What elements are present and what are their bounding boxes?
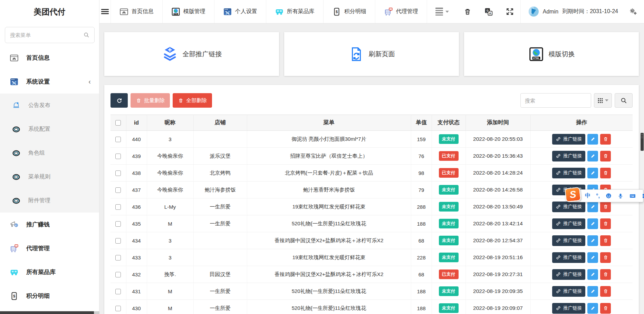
row-checkbox[interactable] bbox=[115, 154, 121, 159]
nav-item-agent-manage[interactable]: 代理管理 bbox=[375, 0, 427, 23]
cell-id: 433 bbox=[126, 249, 147, 266]
sidebar-horizontal-scrollbar[interactable] bbox=[0, 311, 99, 314]
chevron-collapse-icon[interactable]: ‹ bbox=[88, 78, 91, 86]
delete-button[interactable] bbox=[600, 269, 611, 280]
promo-link-button[interactable]: 推广链接 bbox=[552, 252, 585, 263]
promo-link-button[interactable]: 推广链接 bbox=[552, 235, 585, 246]
edit-button[interactable] bbox=[587, 252, 598, 263]
refresh-button[interactable] bbox=[110, 93, 128, 108]
delete-button[interactable] bbox=[600, 151, 611, 161]
delete-button[interactable] bbox=[600, 218, 611, 229]
edit-button[interactable] bbox=[587, 218, 598, 229]
megaphone-coin-icon: $ bbox=[10, 220, 19, 229]
button-label: 推广链接 bbox=[563, 153, 582, 159]
search-submit-button[interactable] bbox=[615, 93, 633, 108]
batch-delete-button[interactable]: 批量删除 bbox=[131, 93, 170, 108]
promo-link-button[interactable]: 推广链接 bbox=[552, 134, 585, 145]
col-shop: 店铺 bbox=[193, 115, 247, 131]
microphone-icon[interactable] bbox=[617, 193, 624, 199]
nav-item-dishes-library[interactable]: 所有菜品库 bbox=[266, 0, 323, 23]
sidebar-subitem-announcement[interactable]: 公告发布 bbox=[0, 94, 99, 117]
row-checkbox[interactable] bbox=[115, 272, 121, 277]
ime-chinese-mode[interactable]: 中 bbox=[585, 192, 590, 199]
edit-button[interactable] bbox=[587, 134, 598, 145]
user-section[interactable]: Admin 到期时间：2031-10-24 bbox=[520, 0, 626, 23]
sogou-ime-logo[interactable]: S bbox=[565, 187, 581, 202]
scrollbar-thumb[interactable] bbox=[641, 133, 644, 151]
edit-button[interactable] bbox=[587, 151, 598, 161]
delete-button[interactable] bbox=[600, 286, 611, 297]
table-row: 432 挽筝. 田园汉堡 香辣鸡腿中国汉堡X2+盐酥鸡米花＋冰柠可乐X2 68 … bbox=[110, 266, 633, 283]
promo-link-button[interactable]: 推广链接 bbox=[552, 218, 585, 229]
svg-text:$: $ bbox=[336, 9, 338, 13]
row-checkbox[interactable] bbox=[115, 289, 121, 294]
fullscreen-button[interactable] bbox=[499, 0, 520, 23]
sidebar-item-promo-earn[interactable]: $ 推广赚钱 bbox=[0, 213, 99, 236]
promo-link-button[interactable]: 推广链接 bbox=[552, 269, 585, 280]
keyboard-icon[interactable] bbox=[629, 193, 636, 199]
card-all-promo-links[interactable]: 全部推广链接 bbox=[104, 32, 279, 76]
nav-item-label: 所有菜品库 bbox=[287, 8, 315, 15]
promo-link-button[interactable]: 推广链接 bbox=[552, 202, 585, 212]
table-toolbar: 批量删除 全部删除 bbox=[110, 93, 633, 108]
delete-button[interactable] bbox=[600, 134, 611, 145]
edit-button[interactable] bbox=[587, 235, 598, 246]
settings-button[interactable] bbox=[626, 0, 644, 23]
row-checkbox[interactable] bbox=[115, 204, 121, 210]
row-checkbox[interactable] bbox=[115, 255, 121, 261]
promo-link-button[interactable]: 推广链接 bbox=[552, 303, 585, 314]
nav-item-home-info[interactable]: 首页信息 bbox=[110, 0, 162, 23]
cell-id: 438 bbox=[126, 165, 147, 181]
row-checkbox[interactable] bbox=[115, 137, 121, 142]
button-label: 推广链接 bbox=[563, 254, 582, 261]
row-checkbox[interactable] bbox=[115, 238, 121, 244]
sidebar-subitem-menu-rules[interactable]: 菜单规则 bbox=[0, 165, 99, 189]
nav-item-template-manage[interactable]: HTML 模版管理 bbox=[162, 0, 214, 23]
card-refresh-page[interactable]: 刷新页面 bbox=[284, 32, 459, 76]
nav-list-dropdown[interactable] bbox=[427, 0, 457, 23]
sidebar-subitem-system-config[interactable]: 系统配置 bbox=[0, 117, 99, 141]
cell-add-time: 2022-08-19 20:51:16 bbox=[465, 249, 530, 266]
sidebar-subitem-role-group[interactable]: 角色组 bbox=[0, 141, 99, 165]
select-all-checkbox[interactable] bbox=[115, 120, 121, 126]
delete-all-button[interactable]: 全部删除 bbox=[173, 93, 212, 108]
scrollbar-thumb[interactable] bbox=[0, 311, 94, 314]
sidebar-item-system-settings[interactable]: 系统设置 ‹ bbox=[0, 70, 99, 94]
edit-button[interactable] bbox=[587, 269, 598, 280]
delete-button[interactable] bbox=[600, 168, 611, 178]
delete-button[interactable] bbox=[600, 202, 611, 212]
nav-item-personal-settings[interactable]: 个人设置 bbox=[214, 0, 266, 23]
edit-button[interactable] bbox=[587, 168, 598, 178]
ime-punctuation-mode[interactable]: °, bbox=[596, 193, 600, 199]
row-checkbox[interactable] bbox=[115, 221, 121, 227]
sidebar-item-points-detail[interactable]: $ 积分明细 bbox=[0, 284, 99, 308]
clear-trash-button[interactable] bbox=[457, 0, 478, 23]
delete-button[interactable] bbox=[600, 235, 611, 246]
delete-button[interactable] bbox=[600, 252, 611, 263]
sidebar-item-home-info[interactable]: 首页信息 bbox=[0, 46, 99, 70]
vertical-scrollbar[interactable] bbox=[640, 23, 644, 314]
promo-link-button[interactable]: 推广链接 bbox=[552, 151, 585, 161]
table-search-input[interactable] bbox=[520, 93, 591, 108]
nav-item-points-detail[interactable]: $ 积分明细 bbox=[323, 0, 375, 23]
sidebar-item-dishes-library[interactable]: 所有菜品库 bbox=[0, 260, 99, 284]
promo-link-button[interactable]: 推广链接 bbox=[552, 286, 585, 297]
row-checkbox[interactable] bbox=[115, 170, 121, 176]
row-checkbox[interactable] bbox=[115, 187, 121, 193]
columns-toggle-button[interactable] bbox=[594, 93, 612, 108]
sidebar-item-agent-manage[interactable]: 代理管理 bbox=[0, 236, 99, 260]
sidebar-toggle-button[interactable] bbox=[99, 0, 110, 23]
promo-link-button[interactable]: 推广链接 bbox=[552, 168, 585, 178]
delete-button[interactable] bbox=[600, 303, 611, 314]
edit-button[interactable] bbox=[587, 303, 598, 314]
cell-shop: 北京烤鸭 bbox=[193, 165, 247, 181]
row-checkbox[interactable] bbox=[115, 306, 121, 311]
translate-button[interactable]: 文 A bbox=[478, 0, 499, 23]
toolbox-icon[interactable] bbox=[642, 193, 644, 199]
emoji-icon[interactable] bbox=[605, 193, 612, 199]
edit-button[interactable] bbox=[587, 286, 598, 297]
sidebar-subitem-attachment-manage[interactable]: 附件管理 bbox=[0, 189, 99, 213]
card-template-switch[interactable]: HTML 模版切换 bbox=[464, 32, 639, 76]
edit-button[interactable] bbox=[587, 202, 598, 212]
sidebar-search-input[interactable] bbox=[5, 27, 95, 43]
